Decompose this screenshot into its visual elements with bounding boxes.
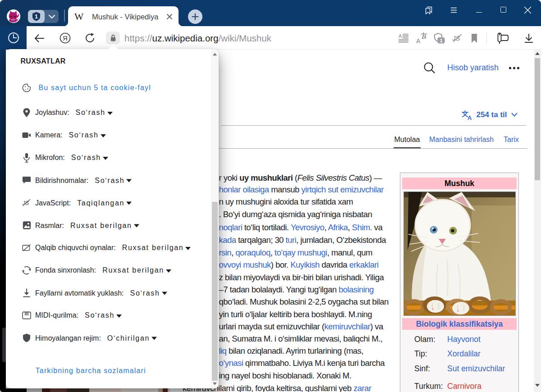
svg-text:JS: JS xyxy=(452,34,460,42)
svg-text:Я: Я xyxy=(63,35,67,42)
svg-text:1: 1 xyxy=(35,14,38,20)
svg-text:1: 1 xyxy=(440,38,442,43)
svg-text:A: A xyxy=(416,37,421,44)
svg-text:A: A xyxy=(468,114,472,120)
svg-text:A: A xyxy=(399,33,402,39)
